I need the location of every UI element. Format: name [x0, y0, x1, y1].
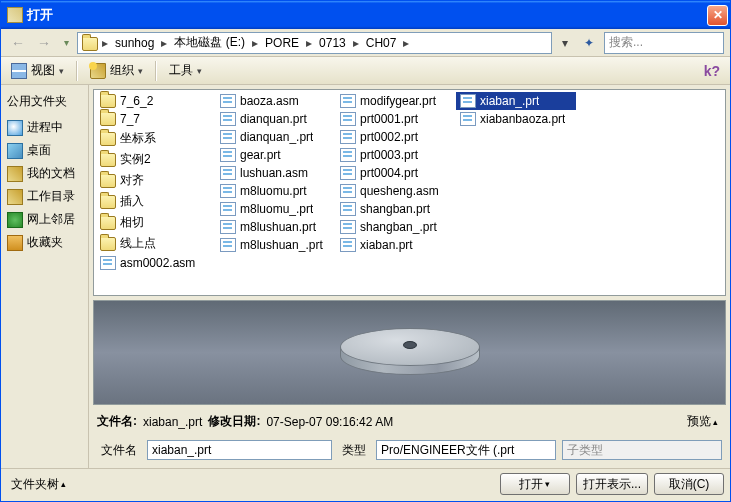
file-item[interactable]: shangban.prt — [336, 200, 456, 218]
file-name: xiabanbaoza.prt — [480, 112, 565, 126]
file-name: 实例2 — [120, 151, 151, 168]
sidebar-title: 公用文件夹 — [3, 89, 86, 116]
organize-icon — [90, 63, 106, 79]
folder-icon — [100, 94, 116, 108]
file-item[interactable]: asm0002.asm — [96, 254, 216, 272]
sidebar-item-favorites[interactable]: 收藏夹 — [3, 231, 86, 254]
sidebar: 公用文件夹 进程中 桌面 我的文档 工作目录 网上邻居 收藏夹 — [1, 85, 89, 468]
breadcrumb-segment[interactable]: CH07 — [363, 36, 400, 50]
file-name: shangban.prt — [360, 202, 430, 216]
refresh-button[interactable]: ✦ — [578, 32, 600, 54]
moddate-value: 07-Sep-07 09:16:42 AM — [266, 415, 393, 429]
cancel-button[interactable]: 取消(C) — [654, 473, 724, 495]
sidebar-item-network[interactable]: 网上邻居 — [3, 208, 86, 231]
folder-tree-button[interactable]: 文件夹树▴ — [7, 474, 70, 495]
file-item[interactable]: prt0003.prt — [336, 146, 456, 164]
tools-menu[interactable]: 工具▾ — [165, 60, 206, 81]
file-name: gear.prt — [240, 148, 281, 162]
file-icon — [220, 112, 236, 126]
file-icon — [460, 112, 476, 126]
footer: 文件夹树▴ 打开▾ 打开表示... 取消(C) — [1, 468, 730, 501]
file-item[interactable]: xiaban_.prt — [456, 92, 576, 110]
file-item[interactable]: 插入 — [96, 191, 216, 212]
breadcrumb-segment[interactable]: 0713 — [316, 36, 349, 50]
workdir-icon — [7, 189, 23, 205]
file-item[interactable]: quesheng.asm — [336, 182, 456, 200]
file-name: prt0002.prt — [360, 130, 418, 144]
file-item[interactable]: 相切 — [96, 212, 216, 233]
model-preview — [340, 328, 480, 378]
sidebar-item-process[interactable]: 进程中 — [3, 116, 86, 139]
search-input[interactable]: 搜索... — [604, 32, 724, 54]
file-item[interactable]: prt0004.prt — [336, 164, 456, 182]
folder-icon — [100, 112, 116, 126]
file-item[interactable]: m8luomu_.prt — [216, 200, 336, 218]
file-name: 对齐 — [120, 172, 144, 189]
file-item[interactable]: baoza.asm — [216, 92, 336, 110]
info-bar: 文件名: xiaban_.prt 修改日期: 07-Sep-07 09:16:4… — [93, 405, 726, 436]
file-name: prt0004.prt — [360, 166, 418, 180]
file-item[interactable]: 7_6_2 — [96, 92, 216, 110]
file-name: m8luomu_.prt — [240, 202, 313, 216]
nav-row: ← → ▾ ▸sunhog▸本地磁盘 (E:)▸PORE▸0713▸CH07▸ … — [1, 29, 730, 57]
file-name: lushuan.asm — [240, 166, 308, 180]
file-icon — [340, 184, 356, 198]
back-button[interactable]: ← — [7, 32, 29, 54]
file-item[interactable]: dianquan.prt — [216, 110, 336, 128]
network-icon — [7, 212, 23, 228]
file-item[interactable]: 线上点 — [96, 233, 216, 254]
file-icon — [220, 220, 236, 234]
sidebar-item-desktop[interactable]: 桌面 — [3, 139, 86, 162]
type-select[interactable] — [376, 440, 556, 460]
file-item[interactable]: m8luomu.prt — [216, 182, 336, 200]
file-name: dianquan_.prt — [240, 130, 313, 144]
forward-button[interactable]: → — [33, 32, 55, 54]
desktop-icon — [7, 143, 23, 159]
file-name: 7_7 — [120, 112, 140, 126]
close-button[interactable]: ✕ — [707, 5, 728, 26]
file-name: baoza.asm — [240, 94, 299, 108]
process-icon — [7, 120, 23, 136]
file-item[interactable]: 实例2 — [96, 149, 216, 170]
file-item[interactable]: m8lushuan.prt — [216, 218, 336, 236]
file-name: 插入 — [120, 193, 144, 210]
sidebar-item-workdir[interactable]: 工作目录 — [3, 185, 86, 208]
breadcrumb-segment[interactable]: PORE — [262, 36, 302, 50]
file-icon — [460, 94, 476, 108]
file-item[interactable]: xiabanbaoza.prt — [456, 110, 576, 128]
documents-icon — [7, 166, 23, 182]
view-menu[interactable]: 视图▾ — [7, 60, 68, 81]
subtype-select[interactable] — [562, 440, 722, 460]
breadcrumb[interactable]: ▸sunhog▸本地磁盘 (E:)▸PORE▸0713▸CH07▸ — [77, 32, 552, 54]
file-list[interactable]: 7_6_27_7坐标系实例2对齐插入相切线上点asm0002.asmbaoza.… — [93, 89, 726, 296]
file-name: xiaban_.prt — [480, 94, 539, 108]
file-item[interactable]: prt0002.prt — [336, 128, 456, 146]
filename-input[interactable] — [147, 440, 332, 460]
breadcrumb-segment[interactable]: sunhog — [112, 36, 157, 50]
file-item[interactable]: 7_7 — [96, 110, 216, 128]
file-item[interactable]: lushuan.asm — [216, 164, 336, 182]
open-button[interactable]: 打开▾ — [500, 473, 570, 495]
open-rep-button[interactable]: 打开表示... — [576, 473, 648, 495]
window-title: 打开 — [27, 6, 705, 24]
breadcrumb-segment[interactable]: 本地磁盘 (E:) — [171, 34, 248, 51]
file-item[interactable]: 坐标系 — [96, 128, 216, 149]
file-item[interactable]: shangban_.prt — [336, 218, 456, 236]
file-item[interactable]: gear.prt — [216, 146, 336, 164]
file-icon — [340, 94, 356, 108]
organize-menu[interactable]: 组织▾ — [86, 60, 147, 81]
preview-button[interactable]: 预览▴ — [683, 411, 722, 432]
titlebar[interactable]: 打开 ✕ — [1, 1, 730, 29]
toolbar: 视图▾ 组织▾ 工具▾ k? — [1, 57, 730, 85]
file-item[interactable]: modifygear.prt — [336, 92, 456, 110]
breadcrumb-dropdown[interactable]: ▾ — [556, 36, 574, 50]
sidebar-item-documents[interactable]: 我的文档 — [3, 162, 86, 185]
history-dropdown[interactable]: ▾ — [59, 32, 73, 54]
file-item[interactable]: xiaban.prt — [336, 236, 456, 254]
help-button[interactable]: k? — [700, 63, 724, 79]
file-item[interactable]: dianquan_.prt — [216, 128, 336, 146]
file-item[interactable]: m8lushuan_.prt — [216, 236, 336, 254]
file-item[interactable]: prt0001.prt — [336, 110, 456, 128]
file-name: asm0002.asm — [120, 256, 195, 270]
file-item[interactable]: 对齐 — [96, 170, 216, 191]
